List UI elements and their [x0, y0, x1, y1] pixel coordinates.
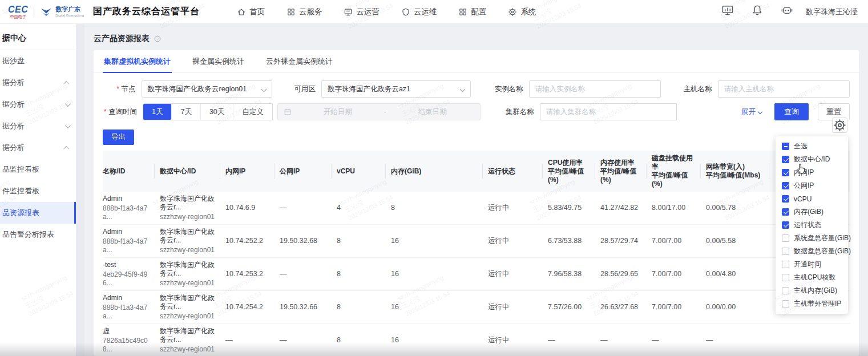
column-header[interactable]: 数据中心/ID: [154, 164, 220, 179]
tab-集群虚拟机实例统计[interactable]: 集群虚拟机实例统计: [103, 50, 172, 72]
column-header[interactable]: 内存(GiB): [385, 164, 482, 179]
checkbox[interactable]: [782, 169, 789, 176]
brand: CEC 中国电子 数字广东 Digital Guangdong 国产政务云综合运…: [8, 5, 200, 19]
chevron-down-icon: [460, 86, 466, 92]
column-option-系统盘总容量(GiB)[interactable]: 系统盘总容量(GiB): [776, 232, 848, 245]
main-content: 云产品资源报表 ? 集群虚拟机实例统计裸金属实例统计云外裸金属实例统计 节点 数…: [84, 24, 868, 356]
chevron-down-icon: [261, 86, 267, 92]
checkbox[interactable]: [782, 234, 789, 242]
column-settings-button[interactable]: [832, 118, 847, 133]
az-select[interactable]: 数字珠海国产化政务云az1: [321, 80, 471, 98]
checkbox[interactable]: [782, 300, 789, 308]
export-button[interactable]: 导出: [103, 130, 134, 145]
column-header[interactable]: vCPU: [331, 164, 385, 179]
cell-private-ip: —: [220, 333, 274, 347]
column-header[interactable]: 磁盘挂载使用率 平均值/峰值(%): [646, 151, 700, 192]
cell-private-ip: 10.74.253.2: [220, 267, 274, 281]
sidebar-item-件监控看板[interactable]: 件监控看板: [0, 180, 76, 202]
monitor-button[interactable]: [721, 5, 734, 18]
cell-disk-usage: 7.00/7.00: [646, 267, 700, 281]
column-option-运行状态[interactable]: 运行状态: [776, 219, 848, 232]
checkbox[interactable]: [782, 248, 789, 255]
top-nav-item-云运营[interactable]: 云运营: [344, 7, 380, 17]
sidebar-item-据沙盘[interactable]: 据沙盘: [0, 50, 76, 72]
svg-text:?: ?: [156, 37, 159, 41]
cell-network-in: 0.00/4.80: [700, 267, 769, 281]
column-option-主机内存(GiB)[interactable]: 主机内存(GiB): [776, 284, 848, 297]
top-nav-item-云服务[interactable]: 云服务: [286, 7, 322, 17]
cell-network-in: 0.00/5.58: [700, 234, 769, 248]
cell-name-id: Admin888b-f1a3-4a7a...: [103, 291, 154, 323]
column-option-全选[interactable]: 全选: [776, 140, 848, 153]
time-range-option-自定义[interactable]: 自定义: [233, 104, 272, 120]
checkbox[interactable]: [782, 261, 789, 268]
cell-datacenter-id: 数字珠海国产化政务云r...szzhzwy-region01: [154, 291, 220, 323]
checkbox[interactable]: [782, 221, 789, 229]
checkbox[interactable]: [782, 274, 789, 281]
date-range-picker[interactable]: 开始日期 - 结束日期: [277, 103, 481, 120]
checkbox[interactable]: [782, 287, 789, 294]
date-separator: -: [380, 108, 391, 116]
chevron-icon: [65, 101, 71, 107]
instance-name-input[interactable]: [529, 80, 661, 98]
column-option-数据中心/ID[interactable]: 数据中心/ID: [776, 153, 848, 166]
column-option-内网IP[interactable]: 内网IP: [776, 166, 848, 179]
column-option-公网IP[interactable]: 公网IP: [776, 179, 848, 192]
time-range-option-1天[interactable]: 1天: [143, 104, 171, 120]
column-header[interactable]: 名称/ID: [103, 164, 154, 179]
sidebar-item-品资源报表[interactable]: 品资源报表: [0, 202, 76, 224]
host-name-input[interactable]: [718, 80, 850, 98]
sidebar-item-品监控看板[interactable]: 品监控看板: [0, 159, 76, 180]
query-button[interactable]: 查询: [774, 103, 809, 120]
robot-button[interactable]: [781, 5, 793, 18]
column-header[interactable]: 内存使用率 平均值/峰值(%): [595, 155, 646, 188]
column-option-vCPU[interactable]: vCPU: [776, 192, 848, 205]
sidebar-item-据分析[interactable]: 据分析: [0, 115, 76, 137]
column-option-主机CPU核数[interactable]: 主机CPU核数: [776, 271, 848, 284]
help-icon[interactable]: ?: [154, 35, 162, 43]
user-name[interactable]: 数字珠海王沁滢: [806, 7, 858, 17]
top-nav-item-首页[interactable]: 首页: [237, 7, 265, 17]
sidebar-item-据分析[interactable]: 据分析: [0, 72, 76, 94]
column-option-数据盘总容量(GiB)[interactable]: 数据盘总容量(GiB): [776, 245, 848, 258]
cec-logo: CEC 中国电子: [8, 5, 28, 19]
sidebar-item-品告警分析报表[interactable]: 品告警分析报表: [0, 224, 76, 245]
tab-云外裸金属实例统计[interactable]: 云外裸金属实例统计: [265, 50, 334, 72]
cluster-name-input[interactable]: [540, 103, 677, 120]
top-nav-item-配置[interactable]: 配置: [458, 7, 486, 17]
topbar: CEC 中国电子 数字广东 Digital Guangdong 国产政务云综合运…: [0, 0, 868, 24]
sidebar-item-据分析[interactable]: 据分析: [0, 94, 76, 115]
column-header[interactable]: 运行状态: [482, 164, 542, 179]
shield-icon: [401, 7, 410, 17]
cec-logo-text: CEC: [8, 5, 28, 14]
column-header[interactable]: 内网IP: [220, 164, 274, 179]
time-range-option-7天[interactable]: 7天: [171, 104, 200, 120]
column-header[interactable]: CPU使用率 平均值/峰值(%): [542, 155, 595, 188]
checkbox[interactable]: [782, 143, 789, 150]
bell-button[interactable]: [751, 5, 764, 18]
tab-裸金属实例统计[interactable]: 裸金属实例统计: [191, 50, 245, 72]
expand-link[interactable]: 展开: [741, 107, 762, 117]
cell-network-out: [769, 338, 850, 343]
checkbox[interactable]: [782, 195, 789, 203]
column-option-内存(GiB)[interactable]: 内存(GiB): [776, 205, 848, 219]
column-option-开通时间[interactable]: 开通时间: [776, 258, 848, 271]
time-range-option-30天[interactable]: 30天: [200, 104, 233, 120]
checkbox[interactable]: [782, 156, 789, 163]
column-header[interactable]: 公网IP: [274, 164, 331, 179]
column-option-主机带外管理IP[interactable]: 主机带外管理IP: [776, 297, 848, 310]
instances-table: 名称/ID 数据中心/ID 内网IP 公网IP vCPU 内存(GiB) 运行状…: [94, 151, 859, 356]
checkbox[interactable]: [782, 208, 789, 216]
node-label: 节点: [103, 84, 136, 94]
top-nav-item-云运维[interactable]: 云运维: [401, 7, 437, 17]
sidebar-item-据中心: 据中心: [0, 24, 76, 50]
cell-status: 运行中: [482, 234, 542, 248]
column-header[interactable]: 网络带宽(入) 平均值/峰值(Mbs): [700, 159, 769, 183]
node-select[interactable]: 数字珠海国产化政务云region01: [142, 80, 272, 98]
checkbox[interactable]: [782, 182, 789, 189]
cell-public-ip: —: [274, 333, 331, 347]
top-nav-item-系统[interactable]: 系统: [508, 7, 536, 17]
config-grid-icon: [458, 7, 467, 17]
sidebar-item-据分析[interactable]: 据分析: [0, 137, 76, 159]
cell-network-in: —: [700, 333, 769, 347]
